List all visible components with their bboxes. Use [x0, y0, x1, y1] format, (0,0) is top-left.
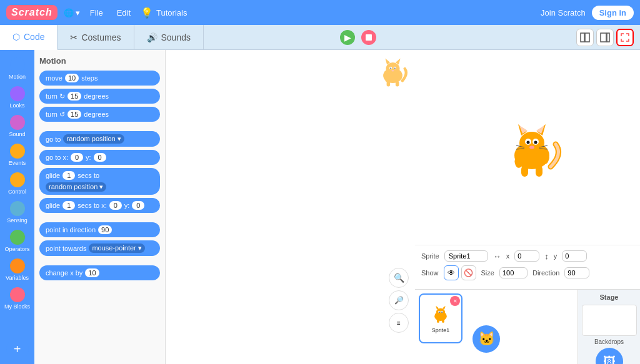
- direction-label: Direction: [532, 269, 559, 277]
- fullscreen-button[interactable]: [616, 29, 634, 46]
- block-goto-xy[interactable]: go to x: 0 y: 0: [39, 150, 160, 165]
- category-variables[interactable]: Variables: [0, 256, 34, 283]
- block-glide-xy[interactable]: glide 1 secs to x: 0 y: 0: [39, 198, 160, 213]
- x-field[interactable]: [514, 250, 539, 262]
- tab-bar: ⬡ Code ✂ Costumes 🔊 Sounds ▶: [0, 25, 640, 50]
- svg-rect-33: [521, 165, 528, 177]
- main-layout: Motion Looks Sound Events Control Sensin…: [0, 50, 640, 364]
- block-change-x[interactable]: change x by 10: [39, 265, 160, 280]
- sounds-icon: 🔊: [147, 32, 158, 42]
- category-motion[interactable]: Motion: [0, 55, 34, 82]
- block-goto[interactable]: go to random position ▾: [39, 131, 160, 147]
- lightbulb-icon: 💡: [141, 7, 153, 19]
- nav-globe[interactable]: 🌐 ▾: [64, 8, 80, 17]
- svg-rect-15: [396, 81, 399, 87]
- y-field[interactable]: [562, 250, 587, 262]
- add-backdrop-icon: 🖼: [603, 355, 616, 365]
- direction-field[interactable]: [564, 267, 589, 278]
- tab-code-label: Code: [24, 32, 44, 42]
- stage-panel: Stage Backdrops 🖼: [578, 290, 640, 364]
- category-operators[interactable]: Operators: [0, 227, 34, 255]
- show-buttons: 👁 🚫: [444, 265, 476, 280]
- svg-rect-45: [437, 319, 439, 323]
- medium-view-button[interactable]: [596, 29, 614, 46]
- right-panel: Sprite ↔ x ↕ y Show 👁 🚫 Size Direction: [415, 50, 640, 364]
- add-extension-button[interactable]: +: [6, 338, 29, 360]
- svg-point-27: [534, 141, 537, 144]
- svg-point-6: [386, 62, 400, 75]
- stage-panel-label: Stage: [582, 293, 636, 301]
- svg-point-43: [439, 312, 440, 313]
- top-nav: Scratch 🌐 ▾ File Edit 💡 Tutorials Join S…: [0, 0, 640, 25]
- block-turn-cw[interactable]: turn ↻ 15 degrees: [39, 89, 160, 104]
- tab-sounds[interactable]: 🔊 Sounds: [134, 25, 204, 49]
- script-area[interactable]: 🔍 🔎 ≡: [166, 50, 415, 364]
- svg-rect-2: [585, 33, 589, 42]
- add-sprite-button[interactable]: 🐱: [472, 325, 500, 353]
- view-buttons: [576, 29, 634, 46]
- nav-tutorials[interactable]: 💡 Tutorials: [141, 7, 187, 19]
- sprite-delete-button[interactable]: ✕: [450, 296, 460, 306]
- nav-join[interactable]: Join Scratch: [541, 8, 586, 17]
- sprite-info-bar: Sprite ↔ x ↕ y Show 👁 🚫 Size Direction: [415, 245, 640, 289]
- y-arrows-icon: ↕: [544, 252, 549, 261]
- nav-tutorials-label: Tutorials: [156, 8, 187, 17]
- stop-button[interactable]: [361, 30, 376, 45]
- script-menu-button[interactable]: ≡: [389, 313, 409, 333]
- svg-point-44: [441, 312, 442, 313]
- sprite-list: ✕ Sprite1: [415, 290, 578, 364]
- category-events[interactable]: Events: [0, 141, 34, 169]
- svg-point-26: [526, 141, 529, 144]
- green-flag-button[interactable]: ▶: [340, 30, 355, 45]
- svg-point-19: [519, 132, 544, 154]
- block-point-direction[interactable]: point in direction 90: [39, 222, 160, 237]
- zoom-out-button[interactable]: 🔎: [389, 290, 409, 310]
- show-visible-button[interactable]: 👁: [444, 265, 459, 280]
- svg-rect-4: [607, 33, 609, 42]
- category-control[interactable]: Control: [0, 170, 34, 197]
- script-controls: 🔍 🔎 ≡: [389, 268, 409, 333]
- svg-point-28: [529, 146, 534, 149]
- sprite-name-field[interactable]: [444, 250, 488, 262]
- block-turn-ccw[interactable]: turn ↺ 15 degrees: [39, 107, 160, 122]
- blocks-title: Motion: [39, 56, 160, 66]
- tab-costumes[interactable]: ✂ Costumes: [58, 25, 134, 49]
- size-field[interactable]: [499, 267, 528, 278]
- block-point-towards[interactable]: point towards mouse-pointer ▾: [39, 240, 160, 256]
- category-sensing[interactable]: Sensing: [0, 199, 34, 226]
- category-myblocks[interactable]: My Blocks: [0, 285, 34, 312]
- stage-sprite: [501, 118, 563, 182]
- svg-point-38: [436, 308, 445, 316]
- sprite-label: Sprite: [421, 252, 439, 260]
- sprite-card-sprite1[interactable]: ✕ Sprite1: [419, 293, 462, 343]
- globe-arrow: ▾: [76, 8, 80, 17]
- show-label: Show: [421, 269, 439, 277]
- nav-signin[interactable]: Sign in: [592, 6, 634, 20]
- size-label: Size: [481, 269, 494, 277]
- nav-edit[interactable]: Edit: [113, 8, 134, 17]
- y-label: y: [554, 252, 558, 260]
- svg-rect-46: [442, 319, 444, 323]
- globe-icon: 🌐: [64, 8, 74, 17]
- block-move[interactable]: move 10 steps: [39, 71, 160, 86]
- svg-rect-0: [366, 34, 372, 41]
- costumes-icon: ✂: [70, 32, 78, 42]
- stage-thumbnail[interactable]: [582, 305, 637, 336]
- svg-rect-34: [536, 165, 542, 177]
- svg-point-12: [394, 67, 396, 69]
- add-backdrop-button[interactable]: 🖼: [596, 348, 623, 364]
- svg-rect-3: [601, 33, 606, 42]
- small-view-button[interactable]: [576, 29, 594, 46]
- bottom-area: ✕ Sprite1: [415, 289, 640, 364]
- zoom-in-button[interactable]: 🔍: [389, 268, 409, 288]
- scratch-logo[interactable]: Scratch: [6, 5, 58, 20]
- sprite-card-name: Sprite1: [432, 327, 450, 333]
- tab-code[interactable]: ⬡ Code: [0, 25, 58, 50]
- x-label: x: [506, 252, 510, 260]
- show-hidden-button[interactable]: 🚫: [461, 265, 476, 280]
- categories-sidebar: Motion Looks Sound Events Control Sensin…: [0, 50, 34, 364]
- nav-file[interactable]: File: [86, 8, 107, 17]
- category-looks[interactable]: Looks: [0, 84, 34, 111]
- category-sound[interactable]: Sound: [0, 112, 34, 140]
- block-glide-random[interactable]: glide 1 secs to random position ▾: [39, 168, 160, 195]
